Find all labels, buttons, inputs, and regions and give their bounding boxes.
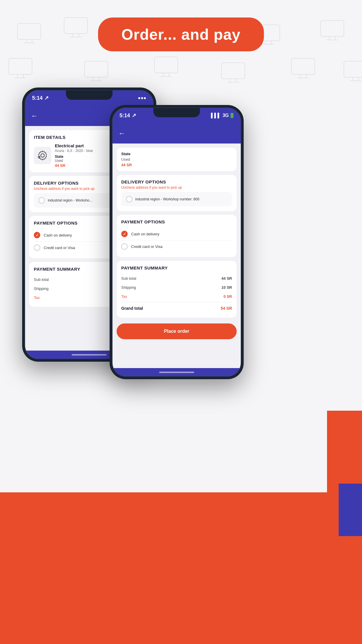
delivery-radio-left[interactable] (38, 197, 45, 204)
state-card-price-right: 44 SR (121, 163, 232, 167)
phones-container: 5:14 ↗ ●●● ← ITEM DETAILS (13, 88, 349, 630)
payment-card-label-right: Credit card or Visa (131, 244, 162, 249)
svg-rect-30 (291, 58, 315, 74)
payment-radio-cash-left[interactable] (34, 232, 40, 238)
battery-icon-right: ▉ (231, 113, 234, 118)
item-name-left: Electrical part (55, 143, 93, 148)
payment-radio-cash-right[interactable] (121, 231, 128, 237)
svg-rect-31 (300, 74, 306, 78)
svg-rect-4 (73, 34, 79, 37)
title-banner: Order... and pay (98, 18, 264, 51)
svg-point-36 (41, 154, 44, 157)
svg-rect-27 (222, 63, 245, 79)
app-content-right: State Used 44 SR DELIVERY OPTIONS Unchec… (113, 144, 241, 368)
grand-total-label-right: Grand total (121, 306, 143, 311)
notch-left (66, 90, 113, 100)
payment-radio-card-right[interactable] (121, 243, 128, 250)
delivery-subtitle-right: Uncheck address if you want to pick up (121, 186, 232, 190)
wifi-icon-left: ●●● (138, 95, 146, 101)
gear-svg-left (37, 150, 48, 161)
home-indicator-right (113, 368, 241, 376)
payment-option-cash-right[interactable]: Cash on delivery (121, 228, 232, 240)
summary-shipping-right: Shipping 10 SR (121, 283, 232, 292)
svg-rect-25 (163, 73, 169, 76)
back-button-right[interactable]: ← (118, 129, 125, 137)
status-icons-right: ▌▌▌ 3G ▉ (211, 113, 234, 118)
svg-rect-21 (85, 61, 108, 77)
svg-rect-1 (26, 39, 32, 43)
item-price-left: 44 SR (55, 163, 93, 168)
payment-cash-label-left: Cash on delivery (44, 233, 72, 237)
item-desc-left: Acura - ILX - 2020 - blue (55, 149, 93, 153)
svg-rect-33 (344, 61, 362, 77)
svg-rect-0 (17, 23, 41, 39)
svg-rect-22 (93, 77, 99, 81)
summary-tax-right: Tax 0 SR (121, 292, 232, 301)
svg-rect-3 (64, 18, 87, 34)
svg-rect-18 (9, 58, 32, 74)
payment-card-label-left: Credit card or Visa (44, 246, 75, 250)
network-type-right: 3G (223, 113, 229, 118)
payment-radio-card-left[interactable] (34, 244, 40, 251)
delivery-option-text-right: industrial region - Workshop number: 800 (135, 197, 199, 201)
payment-summary-card-right: PAYMENT SUMMARY Sub total 44 SR Shipping… (117, 261, 237, 318)
delivery-title-right: DELIVERY OPTIONS (121, 179, 232, 184)
item-icon-left (34, 147, 51, 164)
delivery-options-card-right: DELIVERY OPTIONS Uncheck address if you … (117, 175, 237, 211)
payment-cash-label-right: Cash on delivery (131, 232, 159, 236)
location-icon-right: ↗ (132, 112, 136, 119)
item-state-value-left: Used (55, 159, 93, 163)
item-info-left: Electrical part Acura - ILX - 2020 - blu… (55, 143, 93, 168)
state-card-right: State Used 44 SR (117, 148, 237, 171)
status-icons-left: ●●● (138, 95, 146, 101)
delivery-radio-right[interactable] (126, 196, 132, 202)
summary-subtotal-right: Sub total 44 SR (121, 274, 232, 283)
phone-screen-right: 5:14 ↗ ▌▌▌ 3G ▉ ← State Used (113, 108, 241, 376)
notch-right (153, 108, 200, 117)
grand-total-value-right: 54 SR (221, 306, 232, 311)
status-time-right: 5:14 ↗ (120, 112, 136, 119)
svg-rect-16 (329, 36, 335, 40)
svg-rect-34 (353, 77, 359, 81)
signal-bars-right: ▌▌▌ (211, 113, 221, 118)
delivery-option-text-left: industrial region - Worksho... (48, 198, 92, 202)
home-bar-left (72, 354, 107, 356)
status-time-left: 5:14 ↗ (32, 95, 49, 101)
svg-rect-19 (17, 74, 23, 78)
svg-rect-28 (230, 79, 236, 82)
payment-options-card-right: PAYMENT OPTIONS Cash on delivery Credit … (117, 215, 237, 257)
item-state-label-left: State (55, 155, 93, 159)
place-order-button[interactable]: Place order (117, 323, 237, 339)
state-card-label-right: State (121, 152, 232, 156)
summary-grand-total-right: Grand total 54 SR (121, 302, 232, 313)
payment-summary-title-right: PAYMENT SUMMARY (121, 265, 232, 270)
svg-rect-15 (321, 20, 344, 36)
payment-options-title-right: PAYMENT OPTIONS (121, 219, 232, 224)
phone-right: 5:14 ↗ ▌▌▌ 3G ▉ ← State Used (110, 105, 244, 379)
app-header-right: ← (113, 123, 241, 144)
location-icon-left: ↗ (44, 95, 49, 101)
page-title: Order... and pay (121, 26, 240, 43)
svg-rect-13 (265, 41, 271, 44)
home-bar-right (159, 372, 194, 373)
svg-rect-24 (154, 57, 178, 73)
state-card-value-right: Used (121, 157, 232, 162)
delivery-option-right[interactable]: industrial region - Workshop number: 800 (121, 192, 232, 206)
payment-option-card-right[interactable]: Credit card or Visa (121, 240, 232, 253)
back-button-left[interactable]: ← (31, 112, 38, 120)
